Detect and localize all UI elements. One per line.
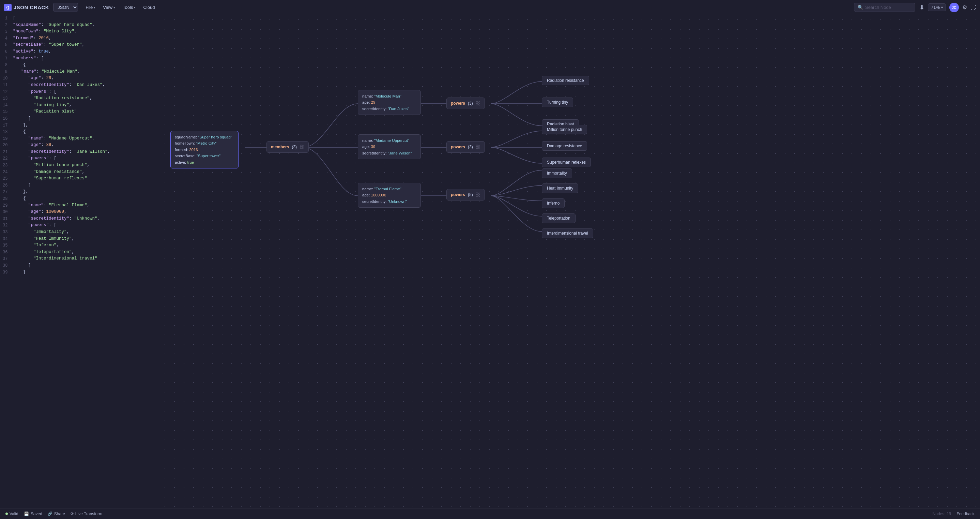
code-line: 27 }, — [0, 188, 160, 195]
code-line: 31 "secretIdentity": "Unknown", — [0, 216, 160, 222]
powers1-count: (3) — [468, 101, 473, 106]
search-box[interactable]: 🔍 — [854, 3, 915, 12]
powers2-connector[interactable]: powers (3) ⛓ — [446, 141, 485, 153]
fullscreen-button[interactable]: ⛶ — [970, 5, 976, 11]
menu-cloud[interactable]: Cloud — [140, 3, 158, 11]
download-button[interactable]: ⬇ — [920, 4, 924, 11]
root-field-hometown: homeTown: "Metro City" — [175, 140, 234, 146]
code-line: 30 "age": 1000000, — [0, 209, 160, 216]
header-right: ⬇ 71% ▾ JC ⚙ ⛶ — [920, 3, 976, 12]
member1-node[interactable]: name: "Molecule Man" age: 29 secretIdent… — [358, 90, 421, 115]
menu-view[interactable]: View ▾ — [100, 3, 119, 11]
power-item[interactable]: Superhuman reflexes — [542, 158, 591, 167]
search-icon: 🔍 — [858, 5, 863, 10]
zoom-level: 71% — [931, 5, 940, 10]
member3-identity: secretIdentity: "Unknown" — [362, 198, 417, 204]
share-status[interactable]: 🔗 Share — [48, 511, 65, 516]
main-area: 1[ 2"squadName": "Super hero squad", 3"h… — [0, 15, 980, 508]
save-icon: 💾 — [24, 511, 29, 516]
code-line: 22 "powers": [ — [0, 155, 160, 162]
power-item[interactable]: Damage resistance — [542, 141, 587, 151]
root-field-formed: formed: 2016 — [175, 147, 234, 153]
member1-name: name: "Molecule Man" — [362, 93, 417, 99]
header: {} JSON CRACK JSON File ▾ View ▾ Tools ▾… — [0, 0, 980, 15]
members-connector-node[interactable]: members (3) ⛓ — [266, 141, 309, 153]
code-line: 29 "name": "Eternal Flame", — [0, 202, 160, 209]
code-line: 8 { — [0, 62, 160, 69]
saved-label: Saved — [31, 511, 42, 516]
powers2-count: (3) — [468, 145, 473, 149]
chevron-down-icon: ▾ — [134, 6, 135, 9]
power-item-immortality[interactable]: Immortality — [542, 168, 572, 178]
code-line: 13 "Radiation resistance", — [0, 95, 160, 102]
valid-label: Valid — [10, 511, 18, 516]
code-line: 34 "Heat Immunity", — [0, 236, 160, 243]
search-input[interactable] — [865, 5, 912, 10]
member2-age: age: 39 — [362, 144, 417, 150]
live-transform-label: Live Transform — [75, 511, 102, 516]
code-line: 7"members": [ — [0, 55, 160, 62]
saved-status[interactable]: 💾 Saved — [24, 511, 42, 516]
code-line: 38 ] — [0, 262, 160, 269]
valid-status[interactable]: Valid — [5, 511, 18, 516]
status-left: Valid 💾 Saved 🔗 Share ⟳ Live Transform — [5, 511, 102, 516]
code-line: 2"squadName": "Super hero squad", — [0, 22, 160, 29]
logo-icon: {} — [4, 4, 11, 11]
menu-file[interactable]: File ▾ — [82, 3, 99, 11]
member2-node[interactable]: name: "Madame Uppercut" age: 39 secretId… — [358, 134, 421, 159]
valid-dot — [5, 513, 8, 515]
code-line: 6"active": true, — [0, 48, 160, 55]
member3-name: name: "Eternal Flame" — [362, 186, 417, 192]
chevron-down-icon: ▾ — [941, 5, 943, 9]
code-line: 24 "Damage resistance", — [0, 169, 160, 176]
graph-panel[interactable]: squadName: "Super hero squad" homeTown: … — [160, 15, 980, 508]
link-icon: ⛓ — [476, 101, 480, 106]
link-icon: 🔗 — [48, 511, 52, 516]
power-item-heat-immunity[interactable]: Heat Immunity — [542, 184, 578, 193]
code-line: 10 "age": 29, — [0, 75, 160, 82]
code-line: 33 "Immortality", — [0, 229, 160, 236]
code-line: 20 "age": 39, — [0, 142, 160, 149]
zoom-control[interactable]: 71% ▾ — [928, 3, 946, 11]
code-line: 36 "Teleportation", — [0, 249, 160, 256]
code-line: 35 "Inferno", — [0, 242, 160, 249]
powers3-count: (5) — [468, 192, 473, 197]
member3-node[interactable]: name: "Eternal Flame" age: 1000000 secre… — [358, 183, 421, 208]
code-line: 26 ] — [0, 182, 160, 189]
root-node[interactable]: squadName: "Super hero squad" homeTown: … — [170, 131, 239, 168]
powers3-label: powers — [451, 192, 465, 197]
feedback-link[interactable]: Feedback — [956, 511, 975, 516]
code-line: 12 "powers": [ — [0, 89, 160, 96]
powers1-connector[interactable]: powers (3) ⛓ — [446, 97, 485, 109]
code-line: 4"formed": 2016, — [0, 35, 160, 42]
member2-identity: secretIdentity: "Jane Wilson" — [362, 150, 417, 156]
power-item[interactable]: Radiation resistance — [542, 76, 589, 85]
code-line: 19 "name": "Madame Uppercut", — [0, 136, 160, 142]
powers1-label: powers — [451, 101, 465, 106]
code-line: 17 }, — [0, 122, 160, 129]
code-line: 1[ — [0, 15, 160, 22]
nodes-count: Nodes: 19 — [932, 511, 951, 516]
connections-svg — [160, 15, 980, 508]
member1-age: age: 29 — [362, 99, 417, 105]
menu-tools[interactable]: Tools ▾ — [119, 3, 139, 11]
power-item-interdimensional[interactable]: Interdimensional travel — [542, 228, 593, 238]
power-item-teleportation[interactable]: Teleportation — [542, 214, 576, 223]
member2-name: name: "Madame Uppercut" — [362, 137, 417, 144]
powers3-connector[interactable]: powers (5) ⛓ — [446, 189, 485, 201]
root-field-active: active: true — [175, 159, 234, 165]
code-line: 3"homeTown": "Metro City", — [0, 28, 160, 35]
link-icon: ⛓ — [476, 144, 480, 150]
power-item-inferno[interactable]: Inferno — [542, 198, 565, 208]
app-logo: {} JSON CRACK — [4, 4, 49, 11]
power-item[interactable]: Turning tiny — [542, 97, 573, 107]
code-line: 15 "Radiation blast" — [0, 109, 160, 115]
live-transform-status[interactable]: ⟳ Live Transform — [70, 511, 102, 516]
share-label: Share — [54, 511, 65, 516]
power-item[interactable]: Million tonne punch — [542, 125, 587, 134]
settings-button[interactable]: ⚙ — [962, 4, 967, 11]
format-select[interactable]: JSON — [53, 3, 78, 12]
link-icon: ⛓ — [476, 192, 480, 198]
code-line: 9"name": "Molecule Man", — [0, 69, 160, 75]
avatar[interactable]: JC — [949, 3, 959, 12]
